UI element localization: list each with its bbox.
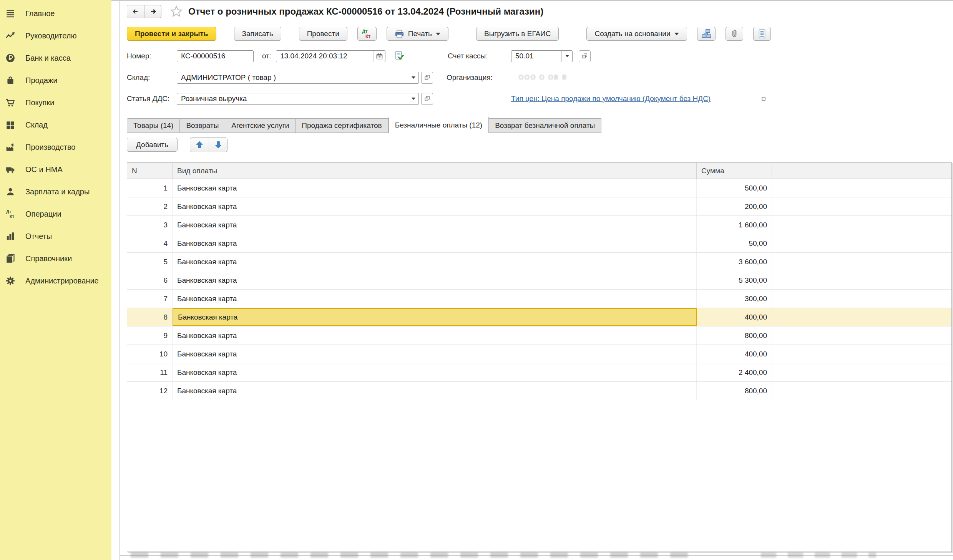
payment-type-cell[interactable]: Банковская карта xyxy=(173,179,697,197)
tab-4[interactable]: Продажа сертификатов xyxy=(296,118,388,133)
column-header-n[interactable]: N xyxy=(127,163,173,179)
egais-upload-button[interactable]: Выгрузить в ЕГАИС xyxy=(476,27,559,41)
sidebar-item-factory[interactable]: Производство xyxy=(0,136,111,158)
sidebar-item-label: Банк и касса xyxy=(25,54,71,63)
sidebar-item-chart[interactable]: Отчеты xyxy=(0,225,111,247)
payment-type-cell[interactable]: Банковская карта xyxy=(173,382,697,400)
tab-5-active[interactable]: Безналичные оплаты (12) xyxy=(389,117,489,133)
cash-account-field[interactable]: 50.01 xyxy=(511,50,573,62)
sidebar-item-truck[interactable]: ОС и НМА xyxy=(0,158,111,181)
amount-cell[interactable]: 800,00 xyxy=(697,382,772,400)
warehouse-open-button[interactable] xyxy=(421,72,433,84)
payment-type-cell[interactable]: Банковская карта xyxy=(173,197,697,215)
create-based-on-button[interactable]: Создать на основании xyxy=(586,27,687,41)
forward-button[interactable] xyxy=(144,5,161,18)
table-row[interactable]: 2Банковская карта200,00 xyxy=(127,197,951,216)
amount-cell[interactable]: 50,00 xyxy=(697,234,772,252)
amount-cell[interactable]: 2 400,00 xyxy=(697,363,772,381)
page-title: Отчет о розничных продажах КС-00000516 о… xyxy=(188,6,543,17)
menu-icon xyxy=(5,8,21,19)
table-row[interactable]: 6Банковская карта5 300,00 xyxy=(127,271,951,290)
table-row[interactable]: 11Банковская карта2 400,00 xyxy=(127,363,951,382)
table-row[interactable]: 1Банковская карта500,00 xyxy=(127,179,951,197)
add-row-button[interactable]: Добавить xyxy=(127,138,178,152)
dtkt-button[interactable]: Дт Кт xyxy=(357,27,377,41)
sidebar-item-books[interactable]: Справочники xyxy=(0,247,111,270)
dds-field[interactable]: Розничная выручка xyxy=(177,93,419,105)
table-row[interactable]: 12Банковская карта800,00 xyxy=(127,382,951,400)
table-row[interactable]: 10Банковская карта400,00 xyxy=(127,345,951,363)
sidebar-item-trend[interactable]: Руководителю xyxy=(0,25,111,47)
table-row[interactable]: 4Банковская карта50,00 xyxy=(127,234,951,253)
cash-account-dropdown-button[interactable] xyxy=(561,51,572,62)
sidebar-item-grid[interactable]: Склад xyxy=(0,114,111,136)
calendar-button[interactable] xyxy=(374,51,385,62)
amount-cell[interactable]: 500,00 xyxy=(697,179,772,197)
sidebar-item-ruble[interactable]: Банк и касса xyxy=(0,47,111,69)
table-row[interactable]: 8Банковская карта400,00 xyxy=(127,308,951,326)
sidebar-item-cart[interactable]: Покупки xyxy=(0,91,111,114)
empty-cell xyxy=(772,197,951,215)
number-field[interactable]: КС-00000516 xyxy=(177,50,254,62)
tab-1[interactable]: Товары (14) xyxy=(127,118,180,133)
save-button[interactable]: Записать xyxy=(234,27,281,41)
print-button[interactable]: Печать xyxy=(387,27,448,41)
amount-cell[interactable]: 200,00 xyxy=(697,197,772,215)
column-header-payment-type[interactable]: Вид оплаты xyxy=(173,163,697,179)
table-row[interactable]: 9Банковская карта800,00 xyxy=(127,326,951,345)
payment-type-cell[interactable]: Банковская карта xyxy=(173,234,697,252)
post-button[interactable]: Провести xyxy=(299,27,347,41)
payment-type-cell[interactable]: Банковская карта xyxy=(173,326,697,345)
move-row-down-button[interactable] xyxy=(209,138,227,152)
price-type-link[interactable]: Тип цен: Цена продажи по умолчанию (Доку… xyxy=(511,94,711,103)
post-and-close-button[interactable]: Провести и закрыть xyxy=(127,27,216,41)
amount-cell[interactable]: 400,00 xyxy=(697,308,772,326)
amount-cell[interactable]: 800,00 xyxy=(697,326,772,345)
sidebar-item-menu[interactable]: Главное xyxy=(0,2,111,25)
table-row[interactable]: 3Банковская карта1 600,00 xyxy=(127,216,951,234)
report-list-button[interactable] xyxy=(753,27,771,41)
back-button[interactable] xyxy=(127,5,144,18)
row-number-cell: 12 xyxy=(127,382,173,400)
sidebar-item-gear[interactable]: Администрирование xyxy=(0,270,111,292)
payment-type-cell[interactable]: Банковская карта xyxy=(173,363,697,381)
tab-2[interactable]: Возвраты xyxy=(180,118,225,133)
svg-text:Дт: Дт xyxy=(362,29,368,34)
dds-open-button[interactable] xyxy=(421,93,433,105)
payment-type-cell[interactable]: Банковская карта xyxy=(173,216,697,234)
payment-type-cell[interactable]: Банковская карта xyxy=(173,308,697,326)
calendar-icon xyxy=(376,53,383,60)
column-header-amount[interactable]: Сумма xyxy=(697,163,772,179)
ruble-icon xyxy=(5,52,21,64)
amount-cell[interactable]: 400,00 xyxy=(697,345,772,363)
payment-type-cell[interactable]: Банковская карта xyxy=(173,290,697,308)
back-arrow-icon xyxy=(131,7,140,16)
sidebar-item-label: Производство xyxy=(25,143,75,152)
amount-cell[interactable]: 3 600,00 xyxy=(697,253,772,271)
attachments-button[interactable] xyxy=(726,27,743,41)
person-icon xyxy=(5,186,21,197)
warehouse-field[interactable]: АДМИНИСТРАТОР ( товар ) xyxy=(177,72,419,84)
date-field[interactable]: 13.04.2024 20:03:12 xyxy=(276,50,385,62)
posted-status xyxy=(394,51,405,61)
amount-cell[interactable]: 1 600,00 xyxy=(697,216,772,234)
number-value: КС-00000516 xyxy=(177,52,253,60)
move-row-up-button[interactable] xyxy=(190,138,209,152)
amount-cell[interactable]: 5 300,00 xyxy=(697,271,772,289)
sidebar-item-person[interactable]: Зарплата и кадры xyxy=(0,181,111,203)
payment-type-cell[interactable]: Банковская карта xyxy=(173,271,697,289)
tab-3[interactable]: Агентские услуги xyxy=(225,118,296,133)
warehouse-dropdown-button[interactable] xyxy=(408,72,418,83)
table-row[interactable]: 5Банковская карта3 600,00 xyxy=(127,253,951,271)
related-documents-button[interactable] xyxy=(697,27,716,41)
favorite-button[interactable] xyxy=(170,5,183,18)
tab-6[interactable]: Возврат безналичной оплаты xyxy=(489,118,601,133)
table-row[interactable]: 7Банковская карта300,00 xyxy=(127,290,951,308)
amount-cell[interactable]: 300,00 xyxy=(697,290,772,308)
dds-dropdown-button[interactable] xyxy=(408,93,418,104)
payment-type-cell[interactable]: Банковская карта xyxy=(173,253,697,271)
sidebar-item-bag[interactable]: Продажи xyxy=(0,69,111,91)
cash-account-open-button[interactable] xyxy=(579,50,591,62)
sidebar-item-dtkt[interactable]: ДтКтОперации xyxy=(0,203,111,225)
payment-type-cell[interactable]: Банковская карта xyxy=(173,345,697,363)
